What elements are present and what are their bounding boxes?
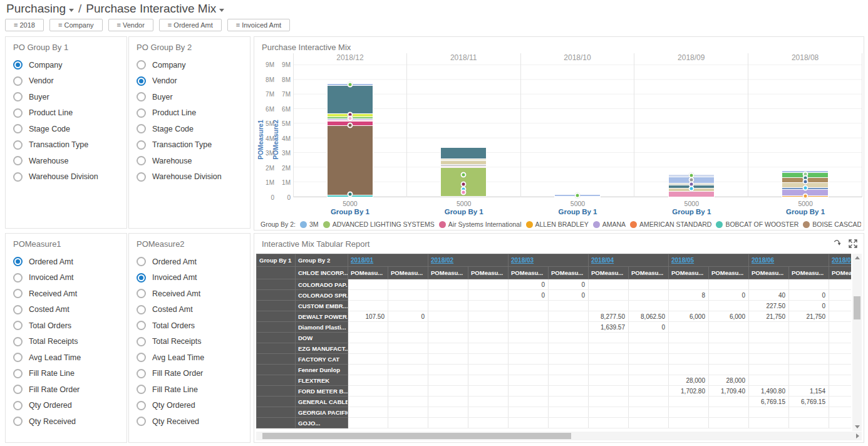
radio-button-icon[interactable] [137, 172, 146, 182]
month-link-2018-04[interactable]: 2018/04 [591, 257, 614, 264]
legend-item-allen-bradley[interactable]: ALLEN BRADLEY [526, 220, 589, 228]
scatter-dot[interactable] [347, 192, 353, 197]
month-link-2018-07[interactable]: 2018/07 [832, 257, 851, 264]
breadcrumb-section-dropdown[interactable]: Purchasing [6, 2, 74, 16]
radio-option-received-amt[interactable]: Received Amt [137, 286, 250, 302]
radio-button-icon[interactable] [13, 321, 23, 330]
vertical-scrollbar[interactable] [852, 254, 862, 431]
filter-chip-ordered-amt[interactable]: = Ordered Amt [159, 19, 222, 31]
legend-item-boise-cascade[interactable]: BOISE CASCADE [803, 220, 861, 228]
radio-option-total-receipts[interactable]: Total Receipts [137, 334, 250, 350]
radio-option-transaction-type[interactable]: Transaction Type [13, 137, 127, 153]
radio-button-icon[interactable] [137, 337, 146, 346]
radio-button-icon[interactable] [13, 305, 23, 314]
bar-segment[interactable] [441, 161, 486, 164]
radio-button-icon[interactable] [137, 156, 146, 165]
radio-option-invoiced-amt[interactable]: Invoiced Amt [13, 270, 127, 286]
radio-option-qty-received[interactable]: Qty Received [137, 413, 250, 430]
radio-button-icon[interactable] [137, 76, 146, 86]
scroll-right-button[interactable] [853, 432, 862, 440]
radio-button-icon[interactable] [13, 60, 23, 70]
vertical-scrollbar-thumb[interactable] [854, 296, 860, 319]
radio-button-icon[interactable] [137, 60, 146, 70]
radio-button-icon[interactable] [137, 124, 146, 133]
legend-item-advanced-lighting-systems[interactable]: ADVANCED LIGHTING SYSTEMS [323, 220, 435, 228]
download-icon[interactable] [833, 239, 842, 248]
radio-button-icon[interactable] [13, 172, 23, 182]
radio-button-icon[interactable] [13, 417, 23, 426]
radio-option-warehouse[interactable]: Warehouse [13, 153, 127, 169]
radio-button-icon[interactable] [13, 140, 23, 150]
scroll-up-button[interactable] [852, 254, 862, 262]
bar-segment[interactable] [441, 165, 486, 166]
radio-button-icon[interactable] [137, 140, 146, 150]
radio-button-icon[interactable] [13, 385, 23, 394]
radio-button-icon[interactable] [137, 92, 146, 101]
radio-button-icon[interactable] [13, 257, 23, 266]
radio-button-icon[interactable] [137, 108, 146, 118]
radio-option-ordered-amt[interactable]: Ordered Amt [13, 254, 127, 270]
scatter-dot[interactable] [461, 172, 467, 178]
radio-option-avg-lead-time[interactable]: Avg Lead Time [137, 350, 250, 366]
radio-button-icon[interactable] [137, 401, 146, 410]
radio-option-warehouse[interactable]: Warehouse [137, 153, 250, 169]
radio-option-warehouse-division[interactable]: Warehouse Division [137, 169, 250, 185]
bar-segment[interactable] [441, 159, 486, 160]
expand-icon[interactable] [849, 239, 857, 248]
scatter-dot[interactable] [574, 192, 580, 198]
radio-option-qty-received[interactable]: Qty Received [13, 413, 127, 430]
radio-option-total-receipts[interactable]: Total Receipts [13, 334, 127, 350]
radio-option-vendor[interactable]: Vendor [13, 73, 127, 90]
legend-item-air-systems-international[interactable]: Air Systems International [439, 220, 522, 228]
radio-option-total-orders[interactable]: Total Orders [137, 318, 250, 334]
radio-option-fill-rate-line[interactable]: Fill Rate Line [137, 381, 250, 398]
scroll-down-button[interactable] [852, 423, 862, 431]
bar-segment[interactable] [328, 125, 373, 194]
legend-item-3m[interactable]: 3M [300, 220, 319, 228]
radio-option-vendor[interactable]: Vendor [137, 73, 250, 90]
radio-option-buyer[interactable]: Buyer [137, 89, 250, 105]
radio-button-icon[interactable] [137, 305, 146, 314]
radio-option-costed-amt[interactable]: Costed Amt [137, 302, 250, 318]
radio-option-transaction-type[interactable]: Transaction Type [137, 137, 250, 153]
radio-option-avg-lead-time[interactable]: Avg Lead Time [13, 350, 127, 366]
radio-option-qty-ordered[interactable]: Qty Ordered [137, 398, 250, 414]
radio-option-qty-ordered[interactable]: Qty Ordered [13, 398, 127, 414]
scatter-dot[interactable] [802, 179, 808, 185]
scatter-dot[interactable] [802, 193, 808, 199]
month-link-2018-01[interactable]: 2018/01 [351, 257, 373, 264]
bar-segment[interactable] [328, 86, 373, 113]
radio-button-icon[interactable] [13, 124, 23, 133]
scatter-dot[interactable] [802, 185, 808, 190]
legend-item-american-standard[interactable]: AMERICAN STANDARD [630, 220, 711, 228]
bar-segment[interactable] [441, 166, 486, 167]
bar-segment[interactable] [669, 192, 714, 197]
month-link-2018-05[interactable]: 2018/05 [671, 257, 694, 264]
radio-option-fill-rate-line[interactable]: Fill Rate Line [13, 366, 127, 382]
scatter-dot[interactable] [347, 82, 353, 88]
bar-segment[interactable] [441, 148, 486, 158]
radio-option-ordered-amt[interactable]: Ordered Amt [137, 254, 250, 270]
radio-option-fill-rate-order[interactable]: Fill Rate Order [13, 381, 127, 398]
month-link-2018-03[interactable]: 2018/03 [511, 257, 534, 264]
filter-chip-vendor[interactable]: = Vendor [108, 19, 153, 31]
month-link-2018-06[interactable]: 2018/06 [752, 257, 774, 264]
radio-button-icon[interactable] [13, 289, 23, 298]
radio-button-icon[interactable] [13, 337, 23, 346]
scatter-dot[interactable] [688, 185, 694, 191]
radio-option-company[interactable]: Company [137, 57, 250, 73]
radio-option-received-amt[interactable]: Received Amt [13, 286, 127, 302]
legend-item-amana[interactable]: AMANA [593, 220, 626, 228]
radio-button-icon[interactable] [137, 273, 146, 283]
radio-option-total-orders[interactable]: Total Orders [13, 318, 127, 334]
filter-chip-invoiced-amt[interactable]: = Invoiced Amt [227, 19, 290, 31]
radio-option-fill-rate-order[interactable]: Fill Rate Order [137, 366, 250, 382]
radio-button-icon[interactable] [13, 108, 23, 118]
radio-button-icon[interactable] [137, 369, 146, 378]
radio-button-icon[interactable] [137, 385, 146, 394]
month-link-2018-02[interactable]: 2018/02 [431, 257, 453, 264]
radio-option-stage-code[interactable]: Stage Code [13, 121, 127, 137]
radio-option-product-line[interactable]: Product Line [13, 105, 127, 122]
filter-chip-company[interactable]: = Company [49, 19, 103, 31]
scatter-dot[interactable] [347, 122, 353, 128]
